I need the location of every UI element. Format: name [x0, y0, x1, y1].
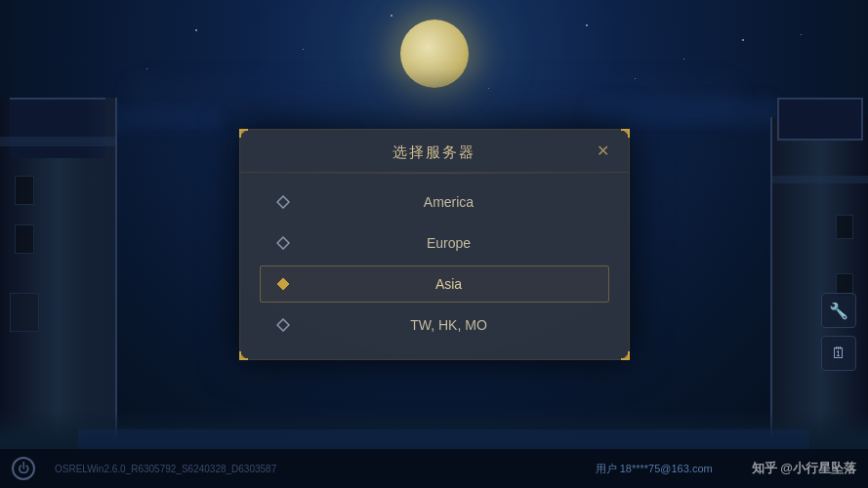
- power-button[interactable]: ⏻: [12, 457, 35, 480]
- server-item-europe[interactable]: Europe: [260, 224, 609, 262]
- server-item-america[interactable]: America: [260, 183, 609, 221]
- server-item-twhkmo[interactable]: TW, HK, MO: [260, 306, 609, 344]
- svg-marker-6: [277, 278, 289, 290]
- diamond-icon-europe: [276, 236, 290, 250]
- bottom-bar: ⏻ OSRELWin2.6.0_R6305792_S6240328_D63035…: [0, 449, 868, 488]
- close-button[interactable]: ✕: [592, 139, 615, 162]
- server-item-asia[interactable]: Asia: [260, 265, 609, 303]
- svg-marker-5: [277, 237, 289, 249]
- modal-overlay: 选择服务器 ✕ America Europe: [0, 0, 868, 488]
- server-select-dialog: 选择服务器 ✕ America Europe: [239, 129, 630, 360]
- server-label-america: America: [306, 194, 593, 210]
- watermark: 知乎 @小行星坠落: [752, 460, 856, 477]
- diamond-icon-asia: [276, 277, 290, 291]
- server-list: America Europe Asia TW,: [240, 174, 629, 359]
- server-label-europe: Europe: [306, 235, 593, 251]
- svg-marker-2: [240, 353, 246, 359]
- corner-bottom-right: [611, 342, 631, 361]
- user-info: 用户 18****75@163.com: [596, 462, 713, 476]
- dialog-title: 选择服务器: [393, 143, 475, 160]
- svg-marker-4: [277, 196, 289, 208]
- version-text: OSRELWin2.6.0_R6305792_S6240328_D6303587: [55, 464, 276, 474]
- server-label-twhkmo: TW, HK, MO: [306, 317, 593, 333]
- svg-marker-7: [277, 319, 289, 331]
- server-label-asia: Asia: [306, 276, 593, 292]
- diamond-icon-america: [276, 195, 290, 209]
- diamond-icon-twhkmo: [276, 318, 290, 332]
- corner-bottom-left: [238, 342, 258, 361]
- dialog-header: 选择服务器 ✕: [240, 130, 629, 173]
